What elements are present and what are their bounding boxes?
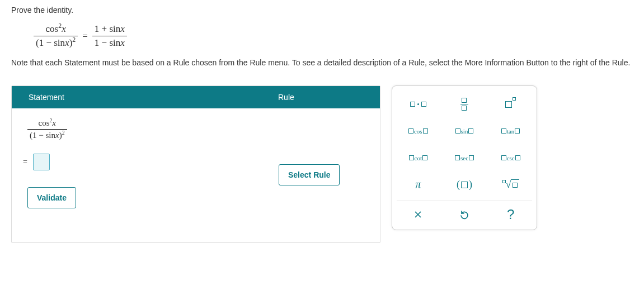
palette-parentheses[interactable]: ()	[443, 173, 486, 197]
palette-sec[interactable]: sec	[443, 146, 486, 170]
validate-button[interactable]: Validate	[27, 187, 76, 208]
undo-icon	[459, 209, 470, 220]
equals-sign: =	[23, 158, 27, 166]
palette-cos[interactable]: cos	[397, 120, 440, 143]
select-rule-button[interactable]: Select Rule	[279, 164, 340, 185]
palette-cot[interactable]: cot	[397, 146, 440, 170]
identity-equation: cos2x (1 − sinx)2 = 1 + sinx 1 − sinx	[34, 23, 633, 49]
palette-fraction[interactable]	[443, 93, 486, 116]
palette-tan[interactable]: tan	[489, 120, 532, 143]
palette-nth-root[interactable]: √	[489, 173, 532, 197]
undo-button[interactable]	[443, 204, 486, 225]
starting-expression: cos2x (1 − sinx)2	[27, 118, 369, 140]
clear-button[interactable]	[397, 204, 440, 225]
problem-title: Prove the identity.	[11, 6, 633, 15]
palette-multiply[interactable]	[397, 93, 440, 116]
help-icon: ?	[507, 207, 514, 222]
help-button[interactable]: ?	[489, 204, 532, 225]
expression-input[interactable]	[33, 154, 50, 170]
palette-exponent[interactable]	[489, 93, 532, 116]
proof-panel: Statement Rule cos2x (1 − sinx)2 = Valid…	[11, 85, 380, 243]
header-rule: Rule	[269, 86, 380, 108]
close-icon	[413, 209, 423, 220]
palette-csc[interactable]: csc	[489, 146, 532, 170]
math-palette: cos sin tan cot sec csc π ()	[392, 85, 537, 230]
instruction-note: Note that each Statement must be based o…	[11, 58, 633, 69]
palette-sin[interactable]: sin	[443, 120, 486, 143]
palette-pi[interactable]: π	[397, 173, 440, 197]
header-statement: Statement	[12, 86, 269, 108]
